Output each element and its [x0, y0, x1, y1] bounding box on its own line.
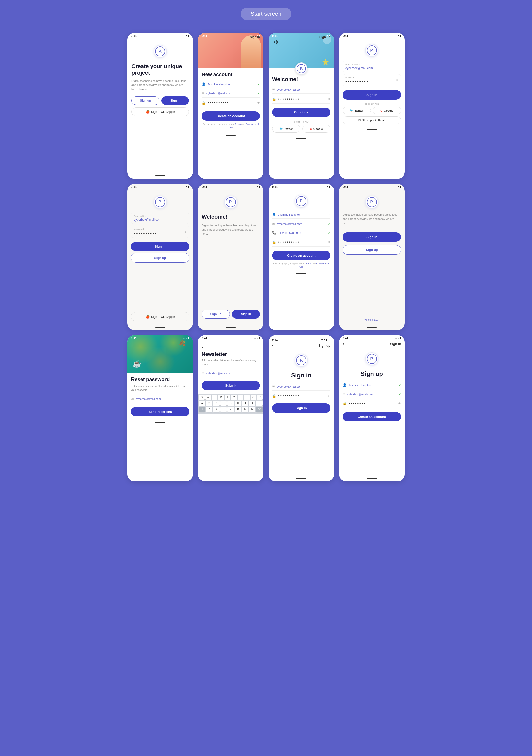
home-bar-5 [155, 327, 165, 328]
eye-icon-7[interactable]: 👁 [328, 241, 331, 244]
home-bar-2 [226, 135, 236, 136]
key-I[interactable]: I [244, 395, 250, 400]
twitter-icon-4: 🐦 [350, 109, 354, 112]
key-X[interactable]: X [213, 407, 220, 412]
key-W[interactable]: W [205, 395, 211, 400]
eye-icon-5[interactable]: 👁 [184, 230, 187, 233]
key-K[interactable]: K [249, 401, 256, 406]
key-D[interactable]: D [213, 401, 220, 406]
s7-password-field: 🔒 •••••••••• 👁 [272, 238, 331, 247]
wifi-icon-5: ▾ [186, 186, 187, 188]
apple-signin-5[interactable]: 🍎 Sign in with Apple [131, 312, 189, 321]
email-icon-10: ✉ [201, 371, 204, 375]
google-button-4[interactable]: G Google [373, 107, 401, 114]
key-B[interactable]: B [235, 407, 241, 412]
eye-icon-3[interactable]: 👁 [328, 97, 331, 100]
check-icon-7b: ✓ [328, 222, 331, 226]
signup-button-8[interactable]: Sign up [343, 245, 401, 255]
signal-icon-5: ▪▪▪ [183, 186, 185, 188]
continue-button-3[interactable]: Continue [272, 108, 331, 117]
key-E[interactable]: E [212, 395, 217, 400]
s11-password-val: •••••••••• [278, 393, 326, 398]
s5-password-field[interactable]: Password •••••••••• 👁 [131, 226, 189, 238]
signin-button-6[interactable]: Sign in [232, 310, 260, 318]
screen-1: 9:41 ▪▪▪ ▾ ▮ P. Create your unique proje… [127, 33, 193, 179]
key-L[interactable]: L [256, 401, 263, 406]
key-Z[interactable]: Z [206, 407, 213, 412]
key-shift[interactable]: ⇧ [199, 407, 205, 412]
key-H[interactable]: H [235, 401, 241, 406]
apple-signin-button-1[interactable]: 🍎 Sign in with Apple [131, 107, 189, 116]
signup-button-6[interactable]: Sign up [201, 310, 230, 318]
submit-button-10[interactable]: Submit [201, 381, 260, 390]
google-button-3[interactable]: G Google [302, 125, 331, 133]
back-button-10[interactable]: ‹ [201, 344, 260, 349]
s2-top-link[interactable]: Sign in [250, 35, 260, 39]
screen-9: ☕ 🍂 9:41 ▪▪▪ ▾ ▮ Reset password Enter yo… [127, 335, 193, 481]
key-R[interactable]: R [218, 395, 224, 400]
create-account-button-12[interactable]: Create an account [343, 412, 401, 421]
back-chevron-12[interactable]: ‹ [343, 342, 344, 346]
key-P[interactable]: P [257, 395, 263, 400]
s6-content: P. Welcome! Digital technologies have be… [198, 190, 263, 325]
key-J[interactable]: J [242, 401, 248, 406]
signin-button-8[interactable]: Sign in [343, 232, 401, 242]
key-F[interactable]: F [221, 401, 227, 406]
signup-email-button-4[interactable]: ✉ Sign up with Email [343, 117, 401, 124]
twitter-button-3[interactable]: 🐦 Twitter [272, 125, 300, 133]
signin-button-5[interactable]: Sign in [131, 242, 189, 251]
s1-content: P. Create your unique project Digital te… [127, 38, 193, 174]
s5-content: P. Email address cyberbox@mail.com Passw… [127, 190, 193, 325]
signin-button-4[interactable]: Sign in [343, 90, 401, 99]
battery-icon-10: ▮ [259, 337, 260, 339]
s5-email-field[interactable]: Email address cyberbox@mail.com [131, 213, 189, 224]
key-G[interactable]: G [227, 401, 234, 406]
s4-email-field[interactable]: Email address cyberbox@mail.com [343, 61, 401, 72]
key-N[interactable]: N [242, 407, 248, 412]
s11-body: P. Sign in ✉ cyberbox@mail.com 🔒 •••••••… [269, 349, 334, 476]
email-icon-9: ✉ [131, 397, 134, 401]
key-S[interactable]: S [206, 401, 213, 406]
eye-icon-2[interactable]: 👁 [257, 101, 260, 104]
create-account-button-2[interactable]: Create an account [201, 111, 260, 121]
s2-fullname-val: Jasmine Hampton [207, 83, 255, 86]
back-chevron-11[interactable]: ‹ [272, 343, 273, 348]
terms-link-2[interactable]: Terms [234, 123, 241, 125]
s4-password-field[interactable]: Password •••••••••• 👁 [343, 74, 401, 86]
status-bar-6: 9:41 ▪▪▪ ▾ ▮ [198, 184, 263, 190]
key-Y[interactable]: Y [231, 395, 237, 400]
key-O[interactable]: O [251, 395, 256, 400]
signup-button-1[interactable]: Sign up [131, 96, 159, 105]
s7-email-field: ✉ cyberbox@mail.com ✓ [272, 220, 331, 228]
key-A[interactable]: A [199, 401, 205, 406]
key-V[interactable]: V [227, 407, 234, 412]
signin-button-11[interactable]: Sign in [272, 403, 331, 413]
key-U[interactable]: U [238, 395, 243, 400]
key-M[interactable]: M [249, 407, 256, 412]
lock-icon-3: 🔒 [272, 97, 276, 101]
eye-icon-12[interactable]: 👁 [398, 402, 401, 405]
key-Q[interactable]: Q [199, 395, 204, 400]
status-bar-10: 9:41 ▪▪▪ ▾ ▮ [198, 335, 263, 341]
key-backspace[interactable]: ⌫ [256, 407, 263, 412]
s4-or-text: or sign in with [343, 102, 401, 105]
signup-button-5[interactable]: Sign up [131, 253, 189, 262]
keyboard-row-2: A S D F G H J K L [199, 401, 263, 406]
terms-link-7[interactable]: Terms [305, 262, 311, 265]
eye-icon-11[interactable]: 👁 [328, 394, 331, 397]
signin-button-1[interactable]: Sign in [161, 96, 189, 105]
s2-email-field: ✉ cyberbox@mail.com ✓ [201, 90, 260, 97]
eye-icon-4[interactable]: 👁 [395, 79, 398, 82]
s7-fullname-val: Jasmine Hampton [278, 213, 326, 216]
check-icon-7a: ✓ [328, 213, 331, 216]
key-C[interactable]: C [221, 407, 227, 412]
check-icon-2a: ✓ [257, 83, 260, 86]
s3-top-link[interactable]: Sign up [319, 35, 331, 39]
lock-icon-2: 🔒 [201, 101, 205, 105]
s3-welcome: Welcome! [272, 76, 331, 83]
twitter-button-4[interactable]: 🐦 Twitter [343, 107, 371, 114]
signal-icon-6: ▪▪▪ [253, 186, 256, 188]
key-T[interactable]: T [225, 395, 230, 400]
reset-button-9[interactable]: Send reset link [131, 407, 189, 416]
create-account-button-7[interactable]: Create an account [272, 251, 331, 260]
